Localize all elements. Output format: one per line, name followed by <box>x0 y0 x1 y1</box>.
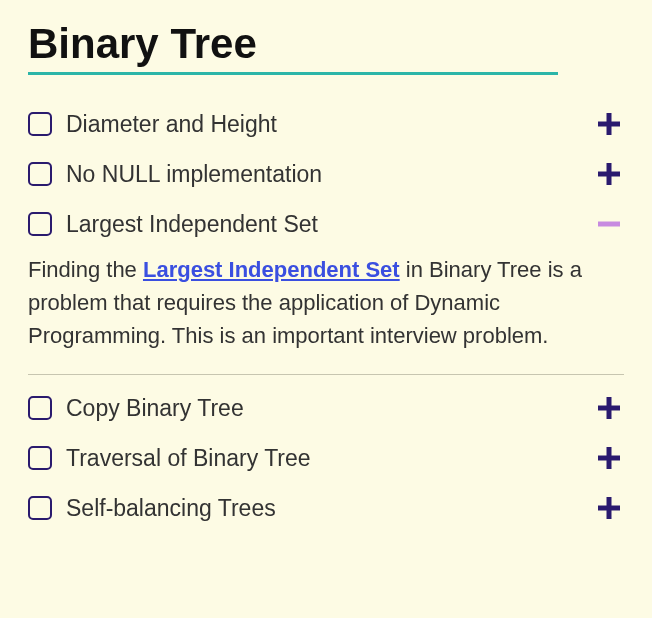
item-label: Diameter and Height <box>66 111 594 138</box>
content-link[interactable]: Largest Independent Set <box>143 257 400 282</box>
plus-icon[interactable] <box>594 443 624 473</box>
expanded-content: Finding the Largest Independent Set in B… <box>28 249 624 368</box>
section-heading: Binary Tree <box>28 20 558 75</box>
item-label: Largest Independent Set <box>66 211 594 238</box>
list-item: Diameter and Height <box>28 99 624 149</box>
minus-icon[interactable] <box>594 209 624 239</box>
list-item: Self-balancing Trees <box>28 483 624 533</box>
checkbox[interactable] <box>28 496 52 520</box>
plus-icon[interactable] <box>594 159 624 189</box>
item-label: Copy Binary Tree <box>66 395 594 422</box>
item-label: No NULL implementation <box>66 161 594 188</box>
checkbox[interactable] <box>28 162 52 186</box>
item-label: Traversal of Binary Tree <box>66 445 594 472</box>
checkbox[interactable] <box>28 446 52 470</box>
plus-icon[interactable] <box>594 493 624 523</box>
list-item: No NULL implementation <box>28 149 624 199</box>
checkbox[interactable] <box>28 396 52 420</box>
checkbox[interactable] <box>28 112 52 136</box>
content-prefix: Finding the <box>28 257 143 282</box>
plus-icon[interactable] <box>594 109 624 139</box>
divider <box>28 374 624 375</box>
checkbox[interactable] <box>28 212 52 236</box>
list-item: Largest Independent Set <box>28 199 624 249</box>
plus-icon[interactable] <box>594 393 624 423</box>
item-label: Self-balancing Trees <box>66 495 594 522</box>
list-item: Copy Binary Tree <box>28 383 624 433</box>
list-item: Traversal of Binary Tree <box>28 433 624 483</box>
